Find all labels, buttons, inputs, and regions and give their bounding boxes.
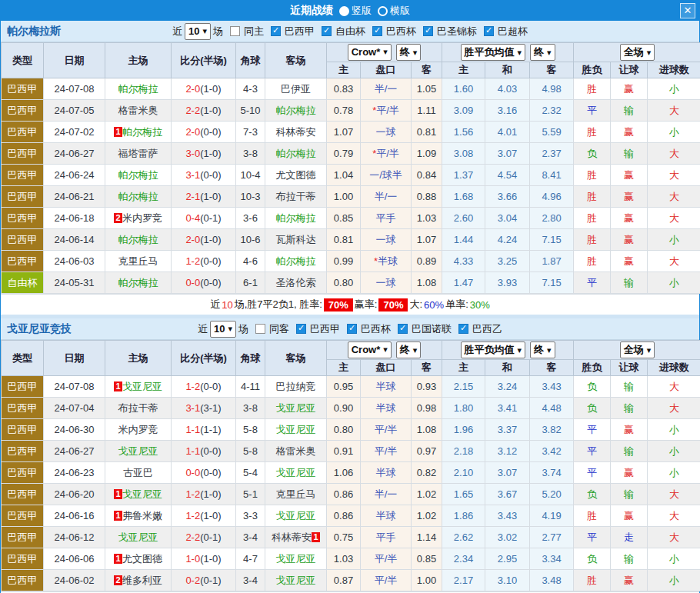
league-cell: 巴西甲 <box>2 505 44 527</box>
handicap-away-odds: 1.14 <box>412 527 442 548</box>
away-team-name: 帕尔梅拉 <box>276 105 316 116</box>
halftime-score: (3-1) <box>200 402 221 414</box>
avg-draw-odds: 3.07 <box>485 143 530 165</box>
date-cell: 24-07-05 <box>44 100 105 122</box>
final-select[interactable]: 终 <box>396 44 422 61</box>
handicap-away-odds: 1.03 <box>412 208 442 229</box>
odds-group-header: 胜平负均值终 <box>442 341 574 360</box>
handicap-home-odds: 1.04 <box>327 165 361 186</box>
horizontal-layout-radio[interactable] <box>378 6 388 16</box>
odds-type-select[interactable]: 胜平负均值 <box>461 44 526 61</box>
league-filter-checkbox[interactable] <box>271 26 281 36</box>
home-team-name: 克里丘马 <box>118 255 158 267</box>
handicap-away-odds: 1.00 <box>412 570 442 591</box>
card-badge: 2 <box>114 575 122 585</box>
avg-draw-odds: 3.16 <box>485 100 530 122</box>
final-select-2[interactable]: 终 <box>530 341 555 358</box>
handicap-line: 一球 <box>361 229 412 251</box>
score-cell: 2-2(0-1) <box>172 527 236 548</box>
home-team-name: 米内罗竞 <box>122 212 162 224</box>
corners-cell: 3-3 <box>236 505 265 527</box>
league-filter-checkbox[interactable] <box>296 324 306 334</box>
away-team-cell: 科林蒂安 <box>265 122 327 143</box>
league-filter-label[interactable]: 巴圣锦标 <box>437 25 477 38</box>
league-filter-label[interactable]: 巴西乙 <box>472 322 502 336</box>
league-filter-checkbox[interactable] <box>322 26 332 36</box>
same-venue-checkbox[interactable] <box>255 324 265 334</box>
team-section[interactable]: 戈亚尼亚竞技近10场同客巴西甲巴西杯巴国诺联巴西乙类型日期主场比分(半场)角球客… <box>1 318 699 593</box>
halftime-score: (0-0) <box>200 467 221 478</box>
team-section[interactable]: 帕尔梅拉斯近10场同主巴西甲自由杯巴西杯巴圣锦标巴超杯类型日期主场比分(半场)角… <box>1 21 699 315</box>
vertical-layout-label[interactable]: 竖版 <box>352 4 372 18</box>
league-filter-checkbox[interactable] <box>458 324 468 334</box>
corners-cell: 4-6 <box>236 251 265 272</box>
goals-result-cell: 大 <box>648 100 700 122</box>
score-cell: 2-1(1-0) <box>172 186 236 208</box>
scope-group-header: 全场 <box>574 341 700 360</box>
bookmaker-select[interactable]: Crow* <box>348 341 392 358</box>
handicap-away-odds: 1.09 <box>412 143 442 165</box>
same-venue-label[interactable]: 同主 <box>244 25 264 38</box>
vertical-layout-radio[interactable] <box>339 6 349 16</box>
league-cell: 巴西甲 <box>2 251 44 272</box>
sub-column-header: 客 <box>530 62 574 78</box>
match-row: 巴西甲24-07-08帕尔梅拉2-0(1-0)4-3巴伊亚0.83半/一1.05… <box>2 78 700 100</box>
final-select-2[interactable]: 终 <box>530 44 555 61</box>
handicap-home-odds: 0.90 <box>327 398 361 419</box>
horizontal-layout-label[interactable]: 横版 <box>390 4 410 18</box>
handicap-line-text: 半球 <box>378 255 398 267</box>
corners-cell: 7-3 <box>236 122 265 143</box>
date-cell: 24-06-21 <box>44 186 105 208</box>
scope-group-header: 全场 <box>574 43 700 62</box>
handicap-result-cell: 赢 <box>611 186 648 208</box>
bookmaker-select[interactable]: Crow* <box>348 44 392 61</box>
league-filter-checkbox[interactable] <box>372 26 382 36</box>
summary-token: 30% <box>470 299 490 311</box>
date-cell: 24-06-20 <box>44 484 105 505</box>
handicap-home-odds: 0.81 <box>327 229 361 251</box>
league-filter-label[interactable]: 巴国诺联 <box>412 322 452 336</box>
avg-draw-odds: 4.01 <box>485 122 530 143</box>
league-filter-label[interactable]: 巴西甲 <box>285 25 315 38</box>
away-team-name: 帕尔梅拉 <box>276 255 316 267</box>
fulltime-score: 1-2 <box>185 510 200 521</box>
home-team-name: 戈亚尼亚 <box>118 531 158 543</box>
handicap-away-odds: 1.08 <box>412 272 442 294</box>
score-cell: 1-2(1-0) <box>172 484 236 505</box>
corners-cell: 10-3 <box>236 186 265 208</box>
league-filter-label[interactable]: 巴西甲 <box>310 322 340 336</box>
match-count-select[interactable]: 10 <box>210 321 236 338</box>
scope-select[interactable]: 全场 <box>620 341 655 358</box>
close-icon[interactable]: ✕ <box>680 3 695 18</box>
column-header: 角球 <box>236 341 265 376</box>
league-filter-checkbox[interactable] <box>484 26 494 36</box>
final-select[interactable]: 终 <box>396 341 422 358</box>
league-filter-checkbox[interactable] <box>398 324 408 334</box>
handicap-line-text: 平/半 <box>375 553 398 565</box>
league-filter-label[interactable]: 巴超杯 <box>498 25 528 38</box>
match-count-select[interactable]: 10 <box>185 23 211 40</box>
avg-draw-odds: 3.25 <box>485 251 530 272</box>
handicap-line-text: 一/球半 <box>369 169 402 181</box>
column-header: 类型 <box>2 43 44 78</box>
avg-away-odds: 3.43 <box>530 376 574 398</box>
matches-label: 场 <box>238 322 248 336</box>
same-venue-checkbox[interactable] <box>230 26 240 36</box>
league-filter-label[interactable]: 巴西杯 <box>386 25 416 38</box>
avg-away-odds: 2.80 <box>530 208 574 229</box>
league-filter-label[interactable]: 巴西杯 <box>361 322 391 336</box>
league-filter-checkbox[interactable] <box>347 324 357 334</box>
league-filter-label[interactable]: 自由杯 <box>335 25 365 38</box>
odds-type-select[interactable]: 胜平负均值 <box>461 341 526 358</box>
league-filter-checkbox[interactable] <box>423 26 433 36</box>
halftime-score: (1-0) <box>200 105 221 116</box>
league-cell: 自由杯 <box>2 272 44 294</box>
same-venue-label[interactable]: 同客 <box>269 322 289 336</box>
score-cell: 0-0(0-0) <box>172 462 236 484</box>
scope-select[interactable]: 全场 <box>620 44 655 61</box>
handicap-result-cell: 走 <box>611 527 648 548</box>
halftime-score: (1-1) <box>200 424 221 435</box>
date-cell: 24-06-18 <box>44 208 105 229</box>
handicap-result-cell: 输 <box>611 143 648 165</box>
league-cell: 巴西甲 <box>2 122 44 143</box>
